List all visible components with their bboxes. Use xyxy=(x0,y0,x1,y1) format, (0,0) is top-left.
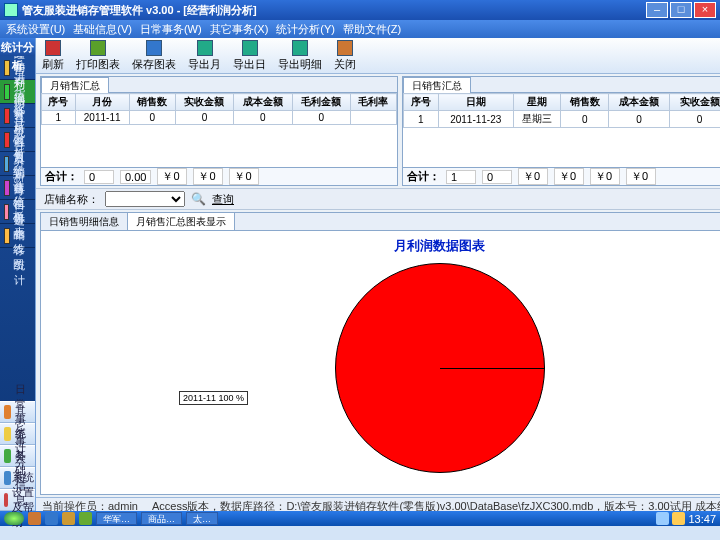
quick-icon[interactable] xyxy=(62,512,75,525)
minimize-button[interactable]: – xyxy=(646,2,668,18)
export-day-button[interactable]: 导出日 xyxy=(233,40,266,72)
query-button[interactable]: 查询 xyxy=(212,192,234,207)
total-val: ￥0 xyxy=(554,168,584,185)
export-month-button[interactable]: 导出月 xyxy=(188,40,221,72)
total-label: 合计： xyxy=(45,169,78,184)
col-header[interactable]: 成本金额 xyxy=(609,94,670,111)
stats-icon xyxy=(4,449,11,463)
menu-other[interactable]: 其它事务(X) xyxy=(210,22,269,37)
chart-tabs: 日销售明细信息 月销售汇总图表显示 xyxy=(41,213,720,231)
day-total: 合计： 1 0 ￥0 ￥0 ￥0 ￥0 xyxy=(403,167,720,185)
tool-label: 打印图表 xyxy=(76,57,120,72)
col-header[interactable]: 成本金额 xyxy=(234,94,292,111)
col-header[interactable]: 毛利金额 xyxy=(292,94,350,111)
sidebar-bottom: 日常事务 其它事务 统计分析 基础信息 系统设置及帮助 xyxy=(0,401,35,511)
tray-icon[interactable] xyxy=(672,512,685,525)
month-total: 合计： 0 0.00 ￥0 ￥0 ￥0 xyxy=(41,167,397,185)
menu-stats[interactable]: 统计分析(Y) xyxy=(276,22,335,37)
taskbar-task[interactable]: 太… xyxy=(186,512,218,525)
toolbar: 刷新 打印图表 保存图表 导出月 导出日 导出明细 关闭 xyxy=(36,38,720,74)
close-tab-button[interactable]: 关闭 xyxy=(334,40,356,72)
chart-icon xyxy=(4,180,10,196)
sidebar-list: 商品进销存统计 经营利润分析 进货统计分析 销售统计分析 会员销售统计分析 各月… xyxy=(0,56,35,401)
quick-icon[interactable] xyxy=(45,512,58,525)
start-button[interactable] xyxy=(4,512,24,525)
refresh-icon xyxy=(45,40,61,56)
system-tray[interactable]: 13:47 xyxy=(656,512,716,525)
tab-chart[interactable]: 月销售汇总图表显示 xyxy=(128,213,235,230)
month-table-box: 月销售汇总 序号月份销售数实收金额成本金额毛利金额毛利率12011-110000… xyxy=(40,76,398,186)
col-header[interactable]: 序号 xyxy=(403,94,438,111)
cell: 0 xyxy=(669,111,720,128)
menu-daily[interactable]: 日常事务(W) xyxy=(140,22,202,37)
chart-title: 月利润数据图表 xyxy=(41,231,720,255)
col-header[interactable]: 毛利率 xyxy=(350,94,396,111)
search-row: 店铺名称： 🔍 查询 xyxy=(36,188,720,210)
cell: 0 xyxy=(175,111,233,125)
col-header[interactable]: 销售数 xyxy=(561,94,609,111)
operator-label: 当前操作员：admin xyxy=(42,499,138,510)
col-header[interactable]: 实收金额 xyxy=(669,94,720,111)
taskbar: 华军… 商品… 太… 13:47 xyxy=(0,511,720,526)
print-icon xyxy=(90,40,106,56)
col-header[interactable]: 序号 xyxy=(42,94,76,111)
refresh-button[interactable]: 刷新 xyxy=(42,40,64,72)
save-icon xyxy=(146,40,162,56)
col-header[interactable]: 星期 xyxy=(513,94,561,111)
total-val: ￥0 xyxy=(229,168,259,185)
col-header[interactable]: 销售数 xyxy=(129,94,175,111)
maximize-button[interactable]: □ xyxy=(670,2,692,18)
table-row[interactable]: 12011-11-23星期三0000 xyxy=(403,111,720,128)
total-val: 0 xyxy=(482,170,512,184)
tool-label: 刷新 xyxy=(42,57,64,72)
cell: 星期三 xyxy=(513,111,561,128)
export-icon xyxy=(197,40,213,56)
pie-chart xyxy=(335,263,545,473)
export-icon xyxy=(242,40,258,56)
menu-help[interactable]: 帮助文件(Z) xyxy=(343,22,401,37)
cell: 2011-11-23 xyxy=(438,111,513,128)
col-header[interactable]: 实收金额 xyxy=(175,94,233,111)
binoculars-icon: 🔍 xyxy=(191,192,206,206)
status-info: Access版本，数据库路径：D:\管友服装进销存软件(零售版)v3.00\Da… xyxy=(152,499,720,510)
col-header[interactable]: 月份 xyxy=(75,94,129,111)
day-tab: 日销售汇总 xyxy=(403,77,720,93)
tray-icon[interactable] xyxy=(656,512,669,525)
quick-icon[interactable] xyxy=(28,512,41,525)
month-grid[interactable]: 序号月份销售数实收金额成本金额毛利金额毛利率12011-110000 xyxy=(41,93,397,167)
tab-label[interactable]: 月销售汇总 xyxy=(41,77,109,94)
export-detail-button[interactable]: 导出明细 xyxy=(278,40,322,72)
taskbar-task[interactable]: 商品… xyxy=(141,512,182,525)
menu-system[interactable]: 系统设置(U) xyxy=(6,22,65,37)
quick-icon[interactable] xyxy=(79,512,92,525)
content: 刷新 打印图表 保存图表 导出月 导出日 导出明细 关闭 月销售汇总 序号月份销… xyxy=(35,38,720,511)
tool-label: 导出日 xyxy=(233,57,266,72)
table-row[interactable]: 12011-110000 xyxy=(42,111,397,125)
close-button[interactable]: × xyxy=(694,2,716,18)
day-grid[interactable]: 序号日期星期销售数成本金额实收金额毛利金额毛利率12011-11-23星期三00… xyxy=(403,93,720,167)
menubar: 系统设置(U) 基础信息(V) 日常事务(W) 其它事务(X) 统计分析(Y) … xyxy=(0,20,720,38)
total-val: 1 xyxy=(446,170,476,184)
taskbar-task[interactable]: 华军… xyxy=(96,512,137,525)
total-val: ￥0 xyxy=(590,168,620,185)
window-title: 管友服装进销存管理软件 v3.00 - [经营利润分析] xyxy=(22,3,644,18)
total-val: ￥0 xyxy=(157,168,187,185)
col-header[interactable]: 日期 xyxy=(438,94,513,111)
dollar-icon xyxy=(4,84,10,100)
nav-system[interactable]: 系统设置及帮助 xyxy=(0,489,35,511)
sidebar: 统计分析 商品进销存统计 经营利润分析 进货统计分析 销售统计分析 会员销售统计… xyxy=(0,38,35,511)
cell xyxy=(350,111,396,125)
shop-select[interactable] xyxy=(105,191,185,207)
menu-basic[interactable]: 基础信息(V) xyxy=(73,22,132,37)
pie-radius-line xyxy=(440,368,545,369)
grid-icon xyxy=(4,471,11,485)
tab-label[interactable]: 日销售汇总 xyxy=(403,77,471,94)
total-val: ￥0 xyxy=(626,168,656,185)
statusbar: 当前操作员：admin Access版本，数据库路径：D:\管友服装进销存软件(… xyxy=(36,497,720,511)
chart-area: 日销售明细信息 月销售汇总图表显示 月利润数据图表 0 2011-11 2011… xyxy=(40,212,720,495)
tab-detail[interactable]: 日销售明细信息 xyxy=(41,213,128,230)
sidebar-item-daily-inv[interactable]: 每日进销存统计 xyxy=(0,224,35,248)
print-button[interactable]: 打印图表 xyxy=(76,40,120,72)
save-button[interactable]: 保存图表 xyxy=(132,40,176,72)
tool-label: 关闭 xyxy=(334,57,356,72)
